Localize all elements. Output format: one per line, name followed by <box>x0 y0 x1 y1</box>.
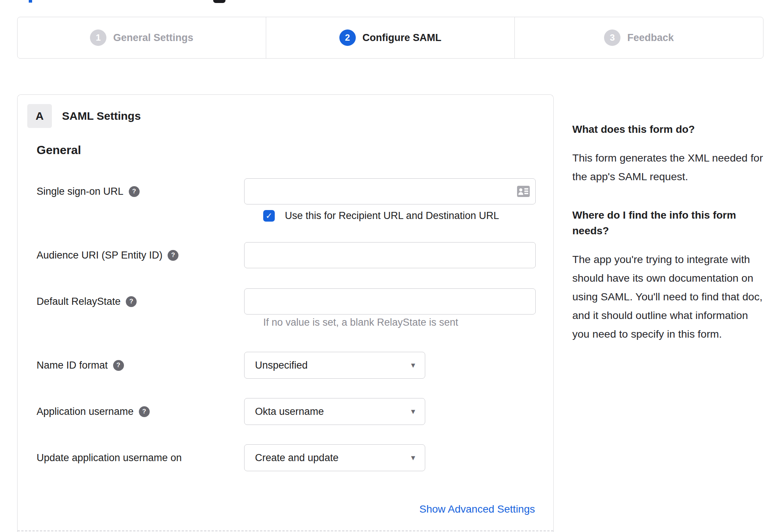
select-value: Unspecified <box>255 360 308 371</box>
audience-uri-label: Audience URI (SP Entity ID) ? <box>37 242 244 268</box>
dashed-divider <box>18 531 553 531</box>
select-value: Create and update <box>255 452 339 464</box>
name-id-format-row: Name ID format ? Unspecified ▾ <box>37 352 425 379</box>
help-paragraph-where: The app you're trying to integrate with … <box>572 250 765 343</box>
step-label: Feedback <box>627 32 674 44</box>
recipient-destination-checkbox[interactable]: ✓ <box>263 210 275 222</box>
step-label: General Settings <box>113 32 193 44</box>
saml-settings-panel: A SAML Settings General Single sign-on U… <box>17 94 554 532</box>
help-heading-what: What does this form do? <box>572 122 765 137</box>
help-icon[interactable]: ? <box>168 250 178 261</box>
help-icon[interactable]: ? <box>113 360 124 371</box>
chevron-down-icon: ▾ <box>411 361 415 369</box>
step-general-settings[interactable]: 1 General Settings <box>18 17 266 58</box>
step-number-badge: 2 <box>339 29 356 46</box>
default-relaystate-row: Default RelayState ? <box>37 288 536 314</box>
recipient-destination-checkbox-row: ✓ Use this for Recipient URL and Destina… <box>263 210 499 222</box>
update-username-label: Update application username on <box>37 444 244 471</box>
sso-url-input-wrap <box>244 178 536 204</box>
cutoff-blue-fragment <box>29 0 32 3</box>
update-username-row: Update application username on Create an… <box>37 444 425 471</box>
section-a-badge: A <box>27 104 52 128</box>
single-sign-on-url-input[interactable] <box>244 178 536 204</box>
audience-uri-row: Audience URI (SP Entity ID) ? <box>37 242 536 268</box>
step-feedback[interactable]: 3 Feedback <box>514 17 763 58</box>
cutoff-dark-fragment <box>213 0 225 3</box>
help-icon[interactable]: ? <box>139 406 150 417</box>
show-advanced-settings-link[interactable]: Show Advanced Settings <box>419 503 535 515</box>
update-username-select[interactable]: Create and update ▾ <box>244 444 425 471</box>
sso-url-label: Single sign-on URL ? <box>37 178 244 204</box>
section-header: A SAML Settings <box>27 104 141 128</box>
name-id-format-label: Name ID format ? <box>37 352 244 379</box>
application-username-label: Application username ? <box>37 398 244 425</box>
chevron-down-icon: ▾ <box>411 407 415 416</box>
application-username-row: Application username ? Okta username ▾ <box>37 398 425 425</box>
help-icon[interactable]: ? <box>126 296 137 307</box>
contact-card-icon <box>517 186 530 197</box>
step-number-badge: 1 <box>90 29 106 46</box>
audience-uri-input-wrap <box>244 242 536 268</box>
chevron-down-icon: ▾ <box>411 454 415 462</box>
default-relaystate-label: Default RelayState ? <box>37 288 244 314</box>
help-paragraph-what: This form generates the XML needed for t… <box>572 148 765 186</box>
wizard-stepper: 1 General Settings 2 Configure SAML 3 Fe… <box>17 17 763 59</box>
section-title: SAML Settings <box>62 110 141 122</box>
step-configure-saml[interactable]: 2 Configure SAML <box>266 17 514 58</box>
default-relaystate-input-wrap <box>244 288 536 314</box>
relaystate-helper-text: If no value is set, a blank RelayState i… <box>263 317 458 328</box>
recipient-destination-checkbox-label: Use this for Recipient URL and Destinati… <box>285 210 499 222</box>
general-group-heading: General <box>37 143 81 157</box>
step-label: Configure SAML <box>363 32 441 44</box>
application-username-select[interactable]: Okta username ▾ <box>244 398 425 425</box>
help-sidebar: What does this form do? This form genera… <box>572 122 765 343</box>
sso-url-row: Single sign-on URL ? <box>37 178 536 204</box>
audience-uri-input[interactable] <box>244 242 536 268</box>
help-heading-where: Where do I find the info this form needs… <box>572 207 765 239</box>
help-icon[interactable]: ? <box>129 186 140 197</box>
name-id-format-select[interactable]: Unspecified ▾ <box>244 352 425 379</box>
select-value: Okta username <box>255 406 324 417</box>
step-number-badge: 3 <box>604 29 620 46</box>
default-relaystate-input[interactable] <box>244 288 536 314</box>
